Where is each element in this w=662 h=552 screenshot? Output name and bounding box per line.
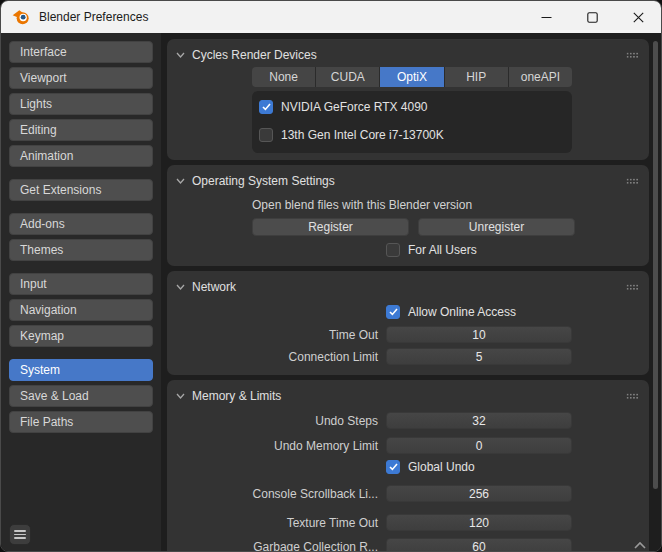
field-value: 10 bbox=[472, 328, 485, 342]
sidebar-item-animation[interactable]: Animation bbox=[9, 145, 153, 167]
checkbox-label: Allow Online Access bbox=[408, 305, 516, 319]
device-row-cpu: 13th Gen Intel Core i7-13700K bbox=[259, 128, 564, 142]
connection-limit-field[interactable]: 5 bbox=[386, 348, 572, 365]
field-label: Connection Limit bbox=[167, 350, 378, 364]
close-button[interactable] bbox=[615, 1, 661, 33]
register-button-row: Register Unregister bbox=[252, 218, 575, 236]
panel-memory-limits: Memory & Limits Undo Steps 32 Undo Memor… bbox=[167, 380, 649, 552]
section-title: Network bbox=[192, 280, 236, 294]
grip-dots-icon[interactable] bbox=[626, 52, 639, 58]
field-label: Garbage Collection R... bbox=[167, 540, 378, 552]
sidebar-item-get-extensions[interactable]: Get Extensions bbox=[9, 179, 153, 201]
sidebar-item-lights[interactable]: Lights bbox=[9, 93, 153, 115]
time-out-field[interactable]: 10 bbox=[386, 326, 572, 343]
checkbox-label: Global Undo bbox=[408, 460, 475, 474]
checkbox-intel-cpu[interactable] bbox=[259, 128, 273, 142]
texture-time-out-field[interactable]: 120 bbox=[386, 514, 572, 531]
chevron-down-icon bbox=[176, 178, 185, 184]
device-row-gpu: NVIDIA GeForce RTX 4090 bbox=[259, 100, 564, 114]
panel-operating-system-settings: Operating System Settings Open blend fil… bbox=[167, 165, 649, 266]
grip-dots-icon[interactable] bbox=[626, 393, 639, 399]
grip-dots-icon[interactable] bbox=[626, 178, 639, 184]
checkbox-label: For All Users bbox=[408, 243, 477, 257]
titlebar[interactable]: Blender Preferences bbox=[1, 1, 661, 33]
tab-oneapi[interactable]: oneAPI bbox=[509, 67, 572, 87]
sidebar-group-addons: Add-ons Themes bbox=[9, 213, 153, 261]
checkbox-global-undo[interactable] bbox=[386, 460, 400, 474]
field-label: Time Out bbox=[167, 328, 378, 342]
panel-header-os[interactable]: Operating System Settings bbox=[167, 165, 649, 193]
field-value: 256 bbox=[469, 487, 489, 501]
field-value: 0 bbox=[476, 439, 483, 453]
sidebar-item-input[interactable]: Input bbox=[9, 273, 153, 295]
section-title: Cycles Render Devices bbox=[192, 48, 317, 62]
sidebar-item-interface[interactable]: Interface bbox=[9, 41, 153, 63]
panel-network: Network Allow Online Access Time Out 10 bbox=[167, 271, 649, 375]
panel-header-network[interactable]: Network bbox=[167, 271, 649, 299]
sidebar-group-input: Input Navigation Keymap bbox=[9, 273, 153, 347]
grip-dots-icon[interactable] bbox=[626, 284, 639, 290]
field-value: 5 bbox=[476, 350, 483, 364]
panel-header-cycles[interactable]: Cycles Render Devices bbox=[167, 39, 649, 67]
unregister-button[interactable]: Unregister bbox=[418, 218, 575, 236]
chevron-down-icon bbox=[176, 284, 185, 290]
window-title: Blender Preferences bbox=[39, 10, 148, 24]
open-blend-description: Open blend files with this Blender versi… bbox=[252, 198, 472, 212]
field-value: 60 bbox=[472, 540, 485, 552]
sidebar-item-add-ons[interactable]: Add-ons bbox=[9, 213, 153, 235]
sidebar-item-system[interactable]: System bbox=[9, 359, 153, 381]
minimize-button[interactable] bbox=[523, 1, 569, 33]
sidebar-item-keymap[interactable]: Keymap bbox=[9, 325, 153, 347]
chevron-up-icon[interactable] bbox=[633, 538, 647, 552]
sidebar-group-system: System Save & Load File Paths bbox=[9, 359, 153, 433]
undo-memory-limit-field[interactable]: 0 bbox=[386, 437, 572, 454]
blender-preferences-window: Blender Preferences Interface Viewport L… bbox=[0, 0, 662, 552]
checkbox-for-all-users[interactable] bbox=[386, 243, 400, 257]
sidebar-item-file-paths[interactable]: File Paths bbox=[9, 411, 153, 433]
tab-hip[interactable]: HIP bbox=[445, 67, 509, 87]
sidebar-item-themes[interactable]: Themes bbox=[9, 239, 153, 261]
panel-header-memory[interactable]: Memory & Limits bbox=[167, 380, 649, 408]
sidebar-group-extensions: Get Extensions bbox=[9, 179, 153, 201]
checkbox-nvidia-rtx-4090[interactable] bbox=[259, 100, 273, 114]
section-title: Memory & Limits bbox=[192, 389, 281, 403]
chevron-down-icon bbox=[176, 52, 185, 58]
register-button[interactable]: Register bbox=[252, 218, 409, 236]
device-type-tabs: None CUDA OptiX HIP oneAPI bbox=[252, 67, 572, 87]
field-label: Undo Memory Limit bbox=[167, 439, 378, 453]
sidebar-item-navigation[interactable]: Navigation bbox=[9, 299, 153, 321]
maximize-button[interactable] bbox=[569, 1, 615, 33]
field-label: Console Scrollback Li... bbox=[167, 487, 378, 501]
tab-cuda[interactable]: CUDA bbox=[316, 67, 380, 87]
device-label: 13th Gen Intel Core i7-13700K bbox=[281, 128, 444, 142]
section-title: Operating System Settings bbox=[192, 174, 335, 188]
tab-none[interactable]: None bbox=[252, 67, 316, 87]
sidebar-group-general: Interface Viewport Lights Editing Animat… bbox=[9, 41, 153, 167]
field-label: Undo Steps bbox=[167, 414, 378, 428]
panel-cycles-render-devices: Cycles Render Devices None CUDA OptiX HI… bbox=[167, 39, 649, 160]
preferences-main: Cycles Render Devices None CUDA OptiX HI… bbox=[161, 33, 661, 552]
device-list: NVIDIA GeForce RTX 4090 13th Gen Intel C… bbox=[252, 91, 572, 153]
field-value: 32 bbox=[472, 414, 485, 428]
sidebar: Interface Viewport Lights Editing Animat… bbox=[1, 33, 161, 552]
tab-optix[interactable]: OptiX bbox=[380, 67, 444, 87]
window-controls bbox=[523, 1, 661, 33]
chevron-down-icon bbox=[176, 393, 185, 399]
checkbox-allow-online-access[interactable] bbox=[386, 305, 400, 319]
menu-button[interactable] bbox=[9, 524, 31, 545]
garbage-collection-field[interactable]: 60 bbox=[386, 538, 572, 552]
device-label: NVIDIA GeForce RTX 4090 bbox=[281, 100, 428, 114]
field-label: Texture Time Out bbox=[167, 516, 378, 530]
sidebar-item-viewport[interactable]: Viewport bbox=[9, 67, 153, 89]
console-scrollback-field[interactable]: 256 bbox=[386, 485, 572, 502]
blender-logo-icon bbox=[11, 7, 31, 27]
sidebar-item-save-load[interactable]: Save & Load bbox=[9, 385, 153, 407]
undo-steps-field[interactable]: 32 bbox=[386, 412, 572, 429]
field-value: 120 bbox=[469, 516, 489, 530]
scrollbar[interactable] bbox=[653, 41, 658, 489]
sidebar-item-editing[interactable]: Editing bbox=[9, 119, 153, 141]
